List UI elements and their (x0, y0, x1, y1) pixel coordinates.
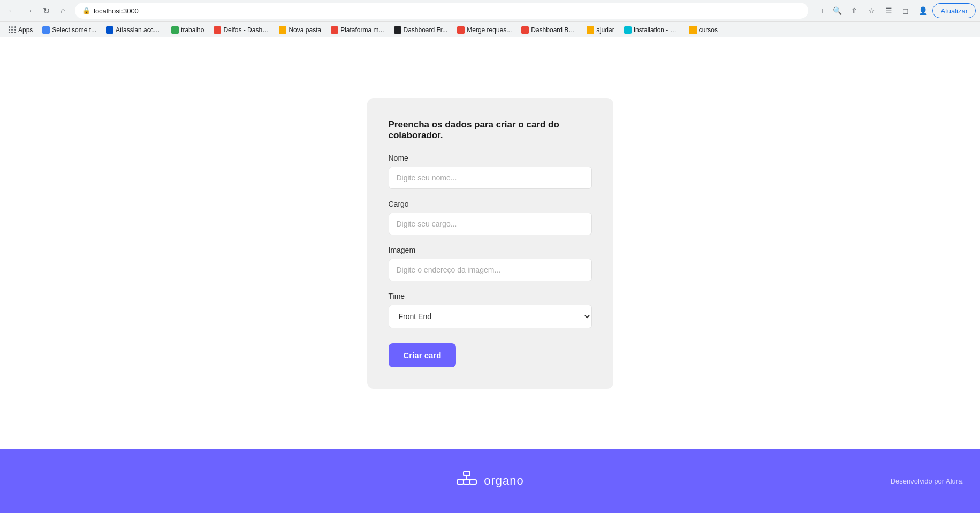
dashboard-fr-label: Dashboard Fr... (404, 26, 448, 34)
plataforma-favicon (331, 26, 338, 34)
bookmark-delfos[interactable]: Delfos - Dashb... (209, 25, 274, 35)
footer-credit: Desenvolvido por Alura. (891, 477, 964, 485)
profile-button[interactable]: 👤 (915, 3, 930, 18)
bookmark-dashboard-fr[interactable]: Dashboard Fr... (390, 25, 452, 35)
zoom-button[interactable]: 🔍 (830, 3, 845, 18)
form-title: Preencha os dados para criar o card do c… (389, 119, 592, 141)
bookmark-button[interactable]: ☆ (864, 3, 879, 18)
nav-buttons: ← → ↻ ⌂ (4, 3, 71, 18)
bookmarks-bar: AppsSelect some t...Atlassian acco...tra… (0, 21, 980, 37)
lock-icon: 🔒 (82, 7, 90, 14)
ajudar-label: ajudar (596, 26, 614, 34)
time-select[interactable]: Front EndBack EndDesignQAData ScienceDev… (389, 305, 592, 328)
nova-pasta-label: Nova pasta (288, 26, 321, 34)
browser-toolbar: ← → ↻ ⌂ 🔒 localhost:3000 □ 🔍 ⇧ ☆ ☰ ◻ 👤 A… (0, 0, 980, 21)
back-button[interactable]: ← (4, 3, 19, 18)
footer-logo-text: organo (484, 474, 524, 488)
cargo-group: Cargo (389, 200, 592, 235)
bookmark-cursos[interactable]: cursos (685, 25, 722, 35)
svg-rect-4 (464, 480, 470, 484)
svg-rect-0 (464, 471, 470, 476)
browser-chrome: ← → ↻ ⌂ 🔒 localhost:3000 □ 🔍 ⇧ ☆ ☰ ◻ 👤 A… (0, 0, 980, 37)
delfos-favicon (214, 26, 221, 34)
select-favicon (42, 26, 50, 34)
merge-favicon (457, 26, 465, 34)
bookmark-nova-pasta[interactable]: Nova pasta (275, 25, 325, 35)
extensions-button[interactable]: ☰ (881, 3, 896, 18)
screenshot-button[interactable]: □ (812, 3, 827, 18)
trabalho-favicon (171, 26, 179, 34)
dashboard-fr-favicon (394, 26, 401, 34)
dashboard-ba-label: Dashboard Ba... (531, 26, 577, 34)
reload-button[interactable]: ↻ (39, 3, 54, 18)
plataforma-label: Plataforma m... (340, 26, 384, 34)
dashboard-ba-favicon (521, 26, 529, 34)
trabalho-label: trabalho (181, 26, 204, 34)
nome-group: Nome (389, 154, 592, 189)
update-button[interactable]: Atualizar (932, 3, 976, 18)
bookmark-select[interactable]: Select some t... (38, 25, 101, 35)
bookmark-dashboard-ba[interactable]: Dashboard Ba... (517, 25, 581, 35)
share-button[interactable]: ⇧ (847, 3, 862, 18)
cursos-favicon (689, 26, 697, 34)
atlassian-label: Atlassian acco... (116, 26, 162, 34)
footer: organo Desenvolvido por Alura. (0, 449, 980, 513)
nova-pasta-favicon (279, 26, 286, 34)
nome-input[interactable] (389, 167, 592, 189)
atlassian-favicon (106, 26, 113, 34)
cargo-input[interactable] (389, 213, 592, 235)
cursos-label: cursos (699, 26, 718, 34)
bookmark-trabalho[interactable]: trabalho (167, 25, 208, 35)
forward-button[interactable]: → (21, 3, 36, 18)
installation-favicon (624, 26, 632, 34)
time-group: Time Front EndBack EndDesignQAData Scien… (389, 292, 592, 328)
delfos-label: Delfos - Dashb... (223, 26, 269, 34)
form-card: Preencha os dados para criar o card do c… (367, 98, 613, 389)
bookmark-atlassian[interactable]: Atlassian acco... (102, 25, 166, 35)
imagem-label: Imagem (389, 246, 592, 254)
apps-icon (9, 26, 16, 34)
time-label: Time (389, 292, 592, 300)
imagem-group: Imagem (389, 246, 592, 281)
svg-rect-3 (457, 480, 464, 484)
bookmark-ajudar[interactable]: ajudar (582, 25, 618, 35)
submit-button[interactable]: Criar card (389, 343, 457, 367)
form-container: Preencha os dados para criar o card do c… (0, 37, 980, 449)
home-button[interactable]: ⌂ (56, 3, 71, 18)
window-button[interactable]: ◻ (898, 3, 913, 18)
bookmark-merge[interactable]: Merge reques... (453, 25, 516, 35)
url-text: localhost:3000 (94, 7, 139, 15)
svg-rect-5 (470, 480, 476, 484)
select-label: Select some t... (52, 26, 96, 34)
bookmark-apps[interactable]: Apps (4, 25, 37, 35)
page-content: Preencha os dados para criar o card do c… (0, 37, 980, 449)
installation-label: Installation - C... (634, 26, 680, 34)
nome-label: Nome (389, 154, 592, 162)
address-bar[interactable]: 🔒 localhost:3000 (75, 3, 808, 19)
browser-actions: □ 🔍 ⇧ ☆ ☰ ◻ 👤 Atualizar (812, 3, 976, 18)
bookmark-installation[interactable]: Installation - C... (620, 25, 684, 35)
merge-label: Merge reques... (467, 26, 512, 34)
bookmark-plataforma[interactable]: Plataforma m... (326, 25, 388, 35)
ajudar-favicon (587, 26, 594, 34)
imagem-input[interactable] (389, 259, 592, 281)
organo-logo-icon (456, 470, 477, 492)
apps-label: Apps (18, 26, 33, 34)
footer-logo: organo (456, 470, 524, 492)
cargo-label: Cargo (389, 200, 592, 208)
